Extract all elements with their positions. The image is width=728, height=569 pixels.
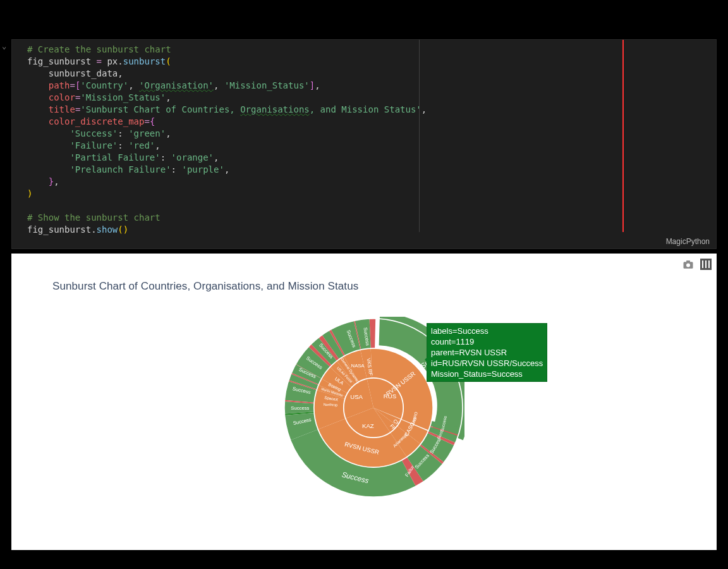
sunburst-chart[interactable]: RUS USA KAZ CHN FRA RVSN USSR VKS RF NAS… bbox=[11, 254, 717, 550]
svg-text:KAZ: KAZ bbox=[362, 422, 374, 429]
svg-text:Success: Success bbox=[291, 405, 309, 411]
svg-text:Northrop: Northrop bbox=[324, 403, 338, 407]
language-mode-label[interactable]: MagicPython bbox=[666, 237, 710, 246]
code-comment: # Create the sunburst chart bbox=[27, 44, 171, 54]
svg-text:USA: USA bbox=[350, 393, 363, 400]
chart-tooltip: labels=Success count=1119 parent=RVSN US… bbox=[427, 323, 547, 382]
code-editor[interactable]: ⌄ # Create the sunburst chart fig_sunbur… bbox=[11, 39, 717, 249]
code-block[interactable]: # Create the sunburst chart fig_sunburst… bbox=[27, 44, 712, 236]
code-comment: # Show the sunburst chart bbox=[27, 212, 161, 223]
output-panel: Sunburst Chart of Countries, Organisatio… bbox=[11, 254, 717, 550]
fold-chevron-icon[interactable]: ⌄ bbox=[2, 42, 6, 51]
svg-text:NASA: NASA bbox=[351, 363, 365, 369]
